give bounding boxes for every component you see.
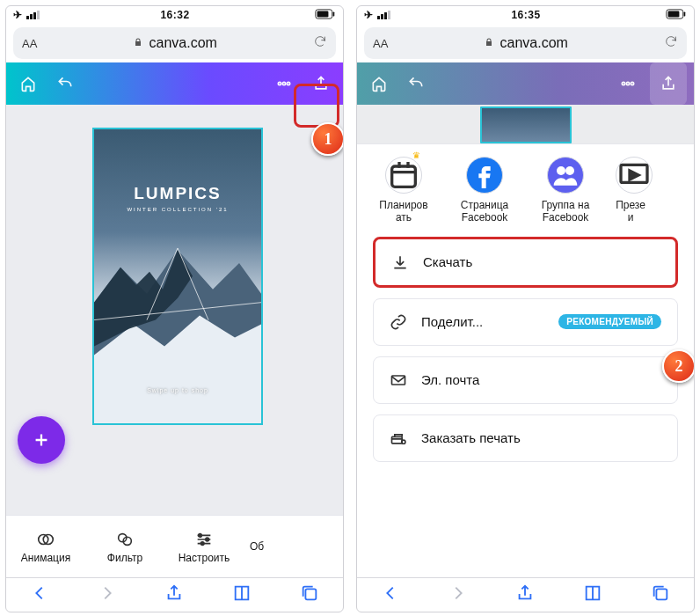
design-thumbnail [480,106,572,143]
svg-rect-30 [392,376,405,385]
back-button[interactable] [381,583,400,606]
svg-point-17 [206,538,209,541]
mountain-illustration [94,241,261,423]
airplane-icon: ✈︎ [364,9,373,21]
download-option[interactable]: Скачать [373,237,678,288]
canvas[interactable]: LUMPICS WINTER COLLECTION '21 Swipe up t… [6,105,343,515]
more-button[interactable] [609,62,646,105]
share-present[interactable]: Презе и [609,157,653,224]
email-option[interactable]: Эл. почта [373,356,678,404]
url-text: canva.com [499,35,567,51]
lock-icon [484,35,494,51]
tabs-button[interactable] [300,583,319,606]
svg-point-18 [201,541,204,545]
battery-icon [666,9,687,22]
forward-button[interactable] [448,583,468,606]
tool-more[interactable]: Об [244,540,270,553]
text-size-button[interactable]: AA [373,37,388,50]
svg-point-25 [631,82,633,84]
bottom-toolbar: Анимация Фильтр Настроить Об [6,515,343,577]
svg-point-4 [282,82,285,84]
browser-toolbar [6,577,343,612]
status-time: 16:35 [390,9,661,21]
tabs-button[interactable] [651,583,670,606]
browser-toolbar [357,577,694,612]
phone-right: ✈︎ 16:35 AA canva.com ♛ Планиров ать [356,5,695,612]
design-subtitle: WINTER COLLECTION '21 [127,207,228,212]
forward-button[interactable] [98,583,117,606]
svg-rect-2 [317,11,329,17]
svg-point-23 [622,82,624,84]
back-button[interactable] [30,583,49,606]
bookmarks-button[interactable] [583,583,602,606]
lock-icon [133,35,143,51]
bookmarks-button[interactable] [232,583,252,606]
app-header [357,62,694,105]
refresh-button[interactable] [664,34,678,52]
svg-point-16 [199,533,202,537]
recommended-badge: РЕКОМЕНДУЕМЫЙ [558,314,661,329]
wifi-icon [26,11,40,19]
marker-1: 1 [311,122,344,156]
share-schedule[interactable]: ♛ Планиров ать [366,157,441,224]
svg-point-24 [626,82,629,84]
share-targets: ♛ Планиров ать Страница Facebook Группа … [366,157,685,224]
tool-animation[interactable]: Анимация [6,530,85,564]
address-bar[interactable]: AA canva.com [364,27,687,59]
share-facebook-group[interactable]: Группа на Facebook [528,157,603,224]
share-browser-button[interactable] [164,583,184,606]
undo-button[interactable] [47,62,84,105]
share-browser-button[interactable] [515,583,535,606]
battery-icon [315,9,336,22]
phone-left: ✈︎ 16:32 AA canva.com LUMPICS WIN [5,5,344,612]
tool-adjust[interactable]: Настроить [164,530,244,564]
svg-point-5 [287,82,289,84]
crown-icon: ♛ [412,150,420,160]
share-facebook-page[interactable]: Страница Facebook [447,157,522,224]
app-header [6,62,343,105]
share-link-option[interactable]: Поделит... РЕКОМЕНДУЕМЫЙ [373,298,678,346]
status-bar: ✈︎ 16:35 [357,6,694,24]
share-sheet: ♛ Планиров ать Страница Facebook Группа … [357,105,694,577]
status-time: 16:32 [40,9,310,21]
svg-point-27 [557,166,565,175]
share-button[interactable] [650,62,687,105]
airplane-icon: ✈︎ [13,9,22,21]
svg-rect-26 [392,166,416,187]
status-bar: ✈︎ 16:32 [6,6,343,24]
home-button[interactable] [361,62,397,105]
svg-point-28 [565,166,574,175]
svg-point-3 [278,82,281,84]
marker-2: 2 [662,349,695,383]
add-page-button[interactable] [18,416,65,464]
text-size-button[interactable]: AA [22,37,37,50]
undo-button[interactable] [397,62,434,105]
svg-rect-19 [305,589,316,599]
tool-filter[interactable]: Фильтр [85,530,164,564]
url-text: canva.com [149,35,216,51]
home-button[interactable] [10,62,47,105]
swipe-caption: Swipe up to shop [94,387,261,393]
svg-rect-21 [684,11,686,16]
svg-rect-34 [656,589,667,599]
share-button[interactable] [303,62,339,105]
design-preview[interactable]: LUMPICS WINTER COLLECTION '21 Swipe up t… [92,128,263,425]
svg-rect-31 [392,436,403,444]
svg-rect-1 [333,11,335,16]
svg-rect-22 [668,11,680,17]
design-title: LUMPICS [134,184,222,203]
print-option[interactable]: Заказать печать [373,414,678,462]
address-bar[interactable]: AA canva.com [13,27,336,59]
wifi-icon [377,11,390,19]
more-button[interactable] [266,62,303,105]
svg-point-32 [402,440,405,444]
refresh-button[interactable] [313,34,327,52]
